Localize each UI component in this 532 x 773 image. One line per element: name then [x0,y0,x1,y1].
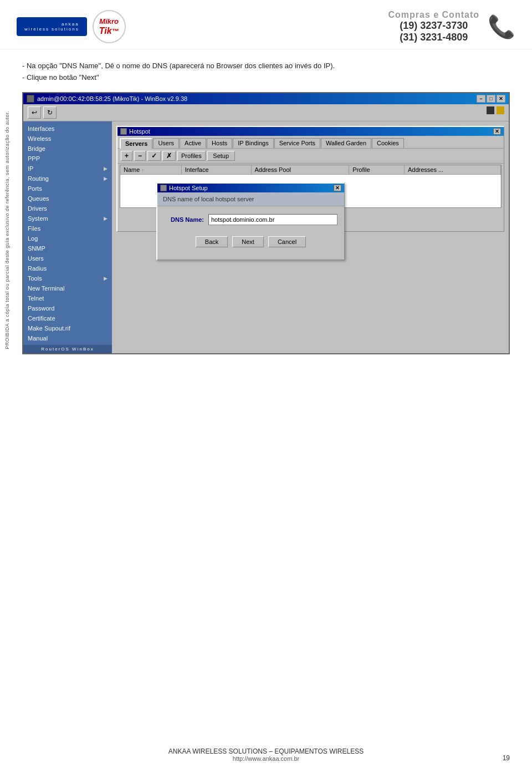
dns-name-input[interactable] [208,214,337,225]
footer-line1: ANKAA WIRELESS SOLUTIONS – EQUIPAMENTOS … [0,747,532,755]
sidebar-item-log[interactable]: Log [23,233,112,243]
hotspot-close-button[interactable]: ✕ [493,128,501,135]
next-button[interactable]: Next [232,236,264,247]
sidebar-arrow-icon: ▶ [104,216,108,221]
tab-users[interactable]: Users [153,138,179,148]
setup-title-text: Hotspot Setup [169,185,208,191]
winbox-close-button[interactable]: ✕ [497,95,505,103]
winbox-window: admin@00:0C:42:0B:58:25 (MikroTik) - Win… [22,92,510,354]
header-logos: ankaa wireless solutions MikroTik™ [17,10,126,43]
instruction-text: - Na opção "DNS Name", Dê o nome do DNS … [22,60,510,84]
winbox-controls[interactable]: − □ ✕ [477,95,505,103]
sidebar-item-interfaces[interactable]: Interfaces [23,124,112,134]
dns-name-label: DNS Name: [164,216,208,223]
winbox-status-icon [487,106,494,114]
sidebar-item-ports[interactable]: Ports [23,184,112,194]
contact-info: Compras e Contato (19) 3237-3730 (31) 32… [388,10,479,43]
mikrotik-logo: MikroTik™ [93,10,126,43]
winbox-titlebar: admin@00:0C:42:0B:58:25 (MikroTik) - Win… [23,93,509,104]
watermark-text: PROIBIDA a cópia total ou parcial deste … [4,111,10,349]
header-contact: Compras e Contato (19) 3237-3730 (31) 32… [388,10,515,43]
remove-icon: − [138,152,142,160]
tab-service-ports[interactable]: Service Ports [274,138,320,148]
hotspot-icon [120,128,127,135]
ankaa-logo-text: ankaa [24,22,79,27]
hotspot-tabs: ServersUsersActiveHostsIP BindingsServic… [117,136,504,148]
hotspot-title-text: Hotspot [129,128,150,135]
check-icon: ✓ [151,152,157,160]
sidebar-item-password[interactable]: Password [23,303,112,313]
setup-button[interactable]: Setup [207,151,235,161]
winbox-maximize-button[interactable]: □ [487,95,495,103]
add-button[interactable]: + [121,151,132,161]
instruction-line1: - Na opção "DNS Name", Dê o nome do DNS … [22,60,510,72]
sidebar-item-routing[interactable]: Routing▶ [23,174,112,184]
winbox-title-text: admin@00:0C:42:0B:58:25 (MikroTik) - Win… [37,95,187,102]
setup-titlebar: Hotspot Setup ✕ [157,184,344,192]
remove-button[interactable]: − [134,151,146,161]
sort-icon: ↑ [141,168,144,173]
setup-dialog-buttons: Back Next Cancel [164,232,337,252]
footer-line2: http://www.ankaa.com.br [0,755,532,762]
contact-title: Compras e Contato [388,10,479,20]
sidebar-item-certificate[interactable]: Certificate [23,313,112,323]
main-content: - Na opção "DNS Name", Dê o nome do DNS … [0,49,532,365]
profiles-button[interactable]: Profiles [177,151,206,161]
sidebar-item-new-terminal[interactable]: New Terminal [23,283,112,293]
winbox-toolbar: ↩ ↻ [23,104,509,121]
tab-active[interactable]: Active [180,138,206,148]
sidebar-item-files[interactable]: Files [23,223,112,233]
sidebar-items: InterfacesWirelessBridgePPPIP▶Routing▶Po… [23,124,112,353]
tab-servers[interactable]: Servers [120,138,152,149]
column-header-name: Name ↑ [120,165,181,175]
sidebar-item-bridge[interactable]: Bridge [23,144,112,154]
cross-icon: ✗ [166,152,172,160]
dns-name-field: DNS Name: [164,214,337,225]
main-panel: Hotspot ✕ ServersUsersActiveHostsIP Bind… [112,121,509,353]
cancel-button[interactable]: Cancel [268,236,306,247]
sidebar-item-system[interactable]: System▶ [23,213,112,223]
sidebar-item-tools[interactable]: Tools▶ [23,273,112,283]
setup-close-button[interactable]: ✕ [334,185,341,191]
hotspot-action-toolbar: + − ✓ ✗ Profiles Setup [117,148,504,164]
sidebar-bottom-label: RouterOS WinBox [23,345,112,353]
column-header-interface: Interface [181,165,251,175]
contact-phone2: (31) 3231-4809 [388,32,479,43]
sidebar-item-wireless[interactable]: Wireless [23,134,112,144]
sidebar-item-telnet[interactable]: Telnet [23,293,112,303]
instruction-line2: - Clique no botão "Next" [22,72,510,84]
sidebar-item-snmp[interactable]: SNMP [23,243,112,253]
sidebar-item-drivers[interactable]: Drivers [23,204,112,213]
winbox-minimize-button[interactable]: − [477,95,485,103]
column-header-profile: Profile [349,165,405,175]
sidebar-item-users[interactable]: Users [23,253,112,263]
winbox-back-button[interactable]: ↩ [28,106,41,119]
tab-hosts[interactable]: Hosts [207,138,232,148]
page-number: 19 [503,754,510,762]
ankaa-logo: ankaa wireless solutions [17,17,87,36]
sidebar-item-ppp[interactable]: PPP [23,154,112,164]
column-header-address-pool: Address Pool [251,165,349,175]
winbox-lock-icon [497,106,504,114]
table-header: Name ↑InterfaceAddress PoolProfileAddres… [120,165,501,175]
setup-window-icon [160,185,167,191]
winbox-refresh-button[interactable]: ↻ [43,106,57,119]
tab-ip-bindings[interactable]: IP Bindings [233,138,273,148]
ankaa-logo-sub: wireless solutions [24,27,79,32]
back-button[interactable]: Back [196,236,228,247]
setup-dialog: Hotspot Setup ✕ DNS name of local hotspo… [156,182,345,260]
tab-cookies[interactable]: Cookies [372,138,404,148]
sidebar-item-make-supout.rif[interactable]: Make Supout.rif [23,323,112,333]
sidebar-item-ip[interactable]: IP▶ [23,164,112,174]
sidebar-arrow-icon: ▶ [104,176,108,181]
mikrotik-logo-text: MikroTik™ [99,17,119,37]
sidebar: InterfacesWirelessBridgePPPIP▶Routing▶Po… [23,121,112,353]
setup-title-left: Hotspot Setup [160,185,208,191]
sidebar-item-manual[interactable]: Manual [23,333,112,343]
tab-walled-garden[interactable]: Walled Garden [321,138,371,148]
cross-button[interactable]: ✗ [162,151,176,161]
sidebar-arrow-icon: ▶ [104,166,108,171]
check-button[interactable]: ✓ [147,151,161,161]
sidebar-item-radius[interactable]: Radius [23,263,112,273]
sidebar-item-queues[interactable]: Queues [23,194,112,204]
